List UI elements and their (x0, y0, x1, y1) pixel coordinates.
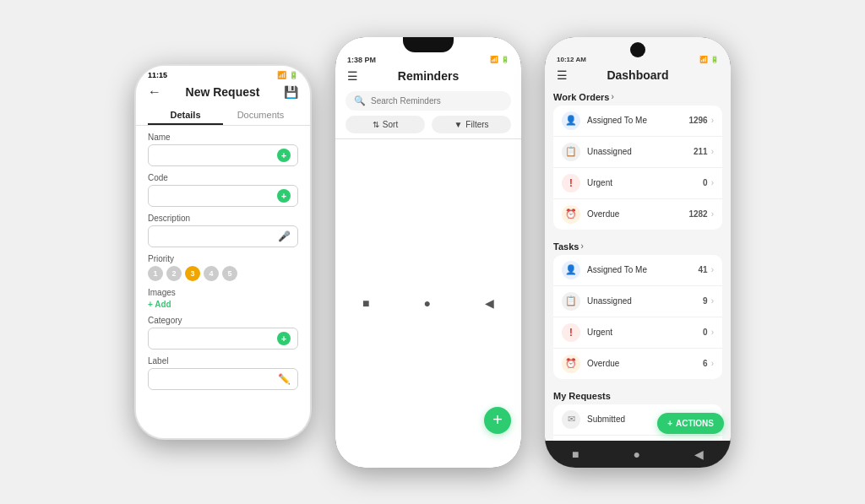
work-orders-title: Work Orders (553, 92, 609, 102)
nav-circle[interactable]: ● (423, 296, 430, 310)
task-urgent-count: 0 (703, 328, 708, 337)
notch-3 (630, 42, 645, 57)
wo-urgent-icon: ! (562, 174, 580, 192)
notch-2 (403, 37, 454, 52)
wo-unassigned-chevron: › (711, 147, 714, 156)
sort-button[interactable]: ⇅ Sort (345, 116, 425, 133)
dashboard-body: Work Orders › 👤 Assigned To Me 1296 › 📋 … (545, 87, 731, 441)
fab-actions[interactable]: + ACTIONS (657, 413, 724, 434)
menu-icon-3[interactable]: ☰ (557, 68, 568, 82)
input-label[interactable]: ✏️ (148, 368, 298, 390)
task-assigned-chevron: › (711, 265, 714, 274)
wo-overdue[interactable]: ⏰ Overdue 1282 › (553, 199, 722, 230)
priority-2[interactable]: 2 (166, 266, 182, 281)
save-button-1[interactable]: 💾 (284, 85, 298, 99)
wo-unassigned-label: Unassigned (587, 147, 694, 156)
nav-bar-3: ■ ● ◀ (545, 441, 731, 468)
task-urgent[interactable]: ! Urgent 0 › (553, 317, 722, 349)
task-overdue-count: 6 (703, 359, 708, 368)
task-urgent-chevron: › (711, 328, 714, 337)
task-assigned-icon: 👤 (562, 261, 580, 279)
field-images: Images + Add (148, 288, 298, 309)
header-1: ← New Request 💾 (136, 81, 310, 105)
task-unassigned-chevron: › (711, 296, 714, 306)
filter-button[interactable]: ▼ Filters (432, 116, 511, 133)
tab-details[interactable]: Details (148, 105, 223, 125)
wo-assigned-label: Assigned To Me (587, 116, 688, 125)
plus-icon-name[interactable]: + (277, 149, 291, 162)
task-unassigned-count: 9 (703, 296, 708, 306)
field-label: Label ✏️ (148, 356, 298, 390)
nav-square[interactable]: ■ (362, 296, 369, 310)
req-submitted-icon: ✉ (562, 410, 580, 429)
wo-assigned-icon: 👤 (562, 111, 580, 130)
status-bar-1: 11:15 📶 🔋 (136, 66, 310, 81)
task-overdue-icon: ⏰ (562, 355, 580, 373)
input-name[interactable]: + (148, 144, 298, 166)
time-1: 11:15 (148, 71, 167, 79)
back-button[interactable]: ← (148, 84, 161, 100)
wo-assigned-to-me[interactable]: 👤 Assigned To Me 1296 › (553, 106, 722, 137)
field-priority: Priority 1 2 3 4 5 (148, 254, 298, 281)
edit-icon[interactable]: ✏️ (278, 373, 291, 385)
actions-plus: + (667, 419, 672, 428)
mic-icon[interactable]: 🎤 (278, 230, 291, 242)
phone-dashboard: 10:12 AM 📶 🔋 ☰ Dashboard Work Orders › (545, 37, 731, 468)
fab-add-2[interactable]: + (484, 407, 511, 434)
tasks-arrow: › (580, 241, 583, 251)
header-2: ☰ Reminders (335, 66, 521, 88)
nav-back[interactable]: ◀ (485, 296, 494, 310)
wo-unassigned-icon: 📋 (562, 143, 580, 161)
work-orders-section-header[interactable]: Work Orders › (553, 87, 722, 106)
input-description[interactable]: 🎤 (148, 225, 298, 247)
input-code[interactable]: + (148, 185, 298, 207)
tab-documents[interactable]: Documents (223, 105, 298, 125)
wo-urgent-chevron: › (711, 178, 714, 187)
nav-back-3[interactable]: ◀ (694, 447, 704, 461)
nav-square-3[interactable]: ■ (572, 447, 579, 461)
search-bar[interactable]: 🔍 (345, 91, 511, 111)
page-title-1: New Request (186, 85, 260, 99)
wo-assigned-count: 1296 (688, 116, 707, 125)
wo-unassigned[interactable]: 📋 Unassigned 211 › (553, 137, 722, 168)
work-orders-card: 👤 Assigned To Me 1296 › 📋 Unassigned 211… (553, 106, 722, 230)
task-assigned-to-me[interactable]: 👤 Assigned To Me 41 › (553, 255, 722, 286)
menu-icon-2[interactable]: ☰ (347, 69, 358, 83)
header-3: ☰ Dashboard (545, 65, 731, 87)
priority-4[interactable]: 4 (204, 266, 219, 281)
search-icon: 🔍 (354, 95, 366, 106)
my-requests-section-header: My Requests (553, 386, 722, 404)
label-images: Images (148, 288, 298, 297)
plus-icon-code[interactable]: + (277, 189, 291, 203)
plus-icon-category[interactable]: + (277, 332, 291, 345)
wo-urgent-label: Urgent (587, 178, 703, 187)
status-icons-3: 📶 🔋 (699, 56, 719, 63)
task-urgent-label: Urgent (587, 328, 703, 337)
priority-3[interactable]: 3 (185, 266, 200, 281)
wo-unassigned-count: 211 (694, 147, 708, 156)
label-code: Code (148, 173, 298, 182)
task-unassigned[interactable]: 📋 Unassigned 9 › (553, 286, 722, 317)
nav-circle-3[interactable]: ● (633, 447, 639, 461)
my-requests-title: My Requests (553, 391, 611, 401)
wo-overdue-label: Overdue (587, 209, 688, 219)
tasks-card: 👤 Assigned To Me 41 › 📋 Unassigned 9 › !… (553, 255, 722, 379)
add-image-button[interactable]: + Add (148, 300, 298, 309)
input-category[interactable]: + (148, 328, 298, 350)
task-urgent-icon: ! (562, 323, 580, 342)
phone-reminders: 1:38 PM 📶 🔋 ☰ Reminders 🔍 ⇅ Sort (335, 37, 521, 468)
priority-5[interactable]: 5 (222, 266, 237, 281)
priority-circles: 1 2 3 4 5 (148, 266, 298, 281)
task-assigned-label: Assigned To Me (587, 265, 699, 274)
tasks-section-header[interactable]: Tasks › (553, 236, 722, 255)
wo-overdue-count: 1282 (688, 209, 707, 219)
wo-overdue-icon: ⏰ (562, 205, 580, 224)
wo-urgent[interactable]: ! Urgent 0 › (553, 168, 722, 199)
label-category: Category (148, 316, 298, 325)
task-overdue[interactable]: ⏰ Overdue 6 › (553, 349, 722, 379)
priority-1[interactable]: 1 (148, 266, 163, 281)
phone-new-request: 11:15 📶 🔋 ← New Request 💾 Details Docume… (134, 64, 312, 440)
field-code: Code + (148, 173, 298, 207)
status-icons-2: 📶 🔋 (490, 56, 509, 63)
search-input[interactable] (371, 96, 503, 106)
